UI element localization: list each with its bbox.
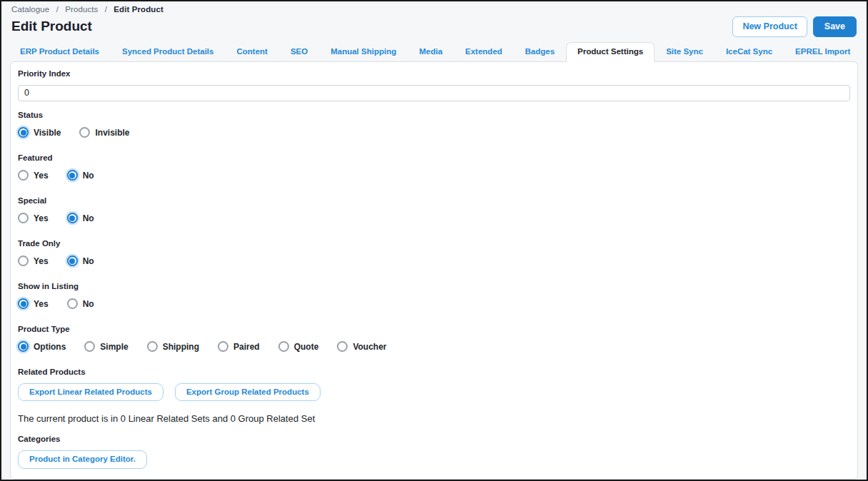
radio-button-icon[interactable]: [67, 170, 78, 181]
page-header: Catalogue / Products / Edit Product Edit…: [1, 1, 867, 37]
tab-manual-shipping[interactable]: Manual Shipping: [319, 42, 408, 61]
status-label: Status: [18, 111, 850, 119]
tab-media[interactable]: Media: [408, 42, 454, 61]
radio-button-icon[interactable]: [79, 127, 90, 138]
field-priority-index: Priority Index: [18, 69, 850, 101]
tab-bar: ERP Product DetailsSynced Product Detail…: [1, 42, 867, 61]
radio-option-label: Yes: [34, 299, 49, 309]
radio-groups: StatusVisibleInvisibleFeaturedYesNoSpeci…: [18, 111, 850, 353]
radio-option-label: Yes: [34, 213, 49, 223]
radio-product-type-options[interactable]: Options: [18, 341, 66, 352]
radio-button-icon[interactable]: [18, 255, 29, 266]
special-radio-group: YesNo: [18, 212, 850, 225]
breadcrumb-catalogue[interactable]: Catalogue: [11, 5, 49, 14]
show-in-listing-radio-group: YesNo: [18, 298, 850, 310]
radio-button-icon[interactable]: [218, 341, 228, 352]
export-group-related-products-button[interactable]: Export Group Related Products: [175, 383, 321, 402]
tab-badges[interactable]: Badges: [514, 42, 567, 61]
show-in-listing-label: Show in Listing: [18, 282, 850, 290]
radio-button-icon[interactable]: [18, 341, 29, 352]
radio-option-label: No: [83, 171, 94, 181]
field-featured: FeaturedYesNo: [18, 153, 850, 182]
breadcrumb: Catalogue / Products / Edit Product: [11, 5, 857, 14]
export-linear-related-products-button[interactable]: Export Linear Related Products: [18, 383, 163, 402]
radio-option-label: Paired: [233, 342, 260, 352]
radio-button-icon[interactable]: [67, 255, 78, 266]
radio-option-label: Visible: [34, 128, 61, 138]
priority-index-label: Priority Index: [18, 69, 850, 78]
special-label: Special: [18, 196, 850, 205]
radio-status-visible[interactable]: Visible: [18, 127, 61, 138]
radio-featured-yes[interactable]: Yes: [18, 170, 49, 181]
radio-option-label: Yes: [34, 171, 49, 181]
trade-only-radio-group: YesNo: [18, 255, 850, 268]
radio-trade-only-yes[interactable]: Yes: [18, 255, 49, 266]
radio-option-label: Simple: [100, 342, 128, 352]
tab-site-sync[interactable]: Site Sync: [655, 42, 715, 61]
tab-extended[interactable]: Extended: [454, 42, 514, 61]
radio-option-label: Yes: [34, 256, 49, 266]
product-in-category-editor-button[interactable]: Product in Category Editor.: [18, 450, 147, 469]
status-radio-group: VisibleInvisible: [18, 126, 850, 139]
field-specifications: Specifications Download Product Specific…: [18, 478, 850, 481]
featured-radio-group: YesNo: [18, 169, 850, 182]
save-button[interactable]: Save: [813, 16, 857, 37]
radio-product-type-shipping[interactable]: Shipping: [147, 341, 199, 352]
related-products-summary: The current product is in 0 Linear Relat…: [18, 413, 850, 424]
trade-only-label: Trade Only: [18, 239, 850, 248]
radio-button-icon[interactable]: [278, 341, 289, 352]
radio-option-label: No: [83, 256, 94, 266]
radio-special-yes[interactable]: Yes: [18, 213, 49, 223]
categories-label: Categories: [18, 435, 850, 443]
specifications-label: Specifications: [18, 478, 850, 481]
radio-button-icon[interactable]: [67, 213, 78, 223]
radio-option-label: Invisible: [95, 128, 129, 138]
radio-button-icon[interactable]: [18, 213, 29, 223]
radio-button-icon[interactable]: [18, 298, 29, 309]
product-settings-panel: Priority Index StatusVisibleInvisibleFea…: [10, 61, 858, 480]
priority-index-input[interactable]: [18, 85, 850, 101]
breadcrumb-products[interactable]: Products: [65, 5, 98, 14]
radio-product-type-quote[interactable]: Quote: [278, 341, 319, 352]
tab-product-settings[interactable]: Product Settings: [566, 42, 655, 62]
radio-product-type-simple[interactable]: Simple: [84, 341, 128, 352]
new-product-button[interactable]: New Product: [732, 16, 807, 37]
tab-seo[interactable]: SEO: [279, 42, 319, 61]
featured-label: Featured: [18, 153, 850, 162]
radio-button-icon[interactable]: [147, 341, 158, 352]
radio-option-label: Quote: [294, 342, 319, 352]
field-status: StatusVisibleInvisible: [18, 111, 850, 139]
radio-button-icon[interactable]: [67, 298, 78, 309]
radio-button-icon[interactable]: [18, 127, 29, 138]
radio-option-label: Options: [34, 342, 66, 352]
radio-button-icon[interactable]: [337, 341, 348, 352]
field-product-type: Product TypeOptionsSimpleShippingPairedQ…: [18, 325, 850, 353]
radio-product-type-voucher[interactable]: Voucher: [337, 341, 386, 352]
breadcrumb-separator: /: [56, 5, 59, 14]
tab-icecat-sync[interactable]: IceCat Sync: [715, 42, 784, 61]
tab-content[interactable]: Content: [225, 42, 278, 61]
tab-eprel-import[interactable]: EPREL Import: [784, 42, 862, 61]
radio-status-invisible[interactable]: Invisible: [79, 127, 129, 138]
breadcrumb-edit-product: Edit Product: [113, 5, 163, 14]
field-trade-only: Trade OnlyYesNo: [18, 239, 850, 268]
radio-show-in-listing-no[interactable]: No: [67, 298, 94, 309]
product-type-radio-group: OptionsSimpleShippingPairedQuoteVoucher: [18, 340, 850, 353]
radio-special-no[interactable]: No: [67, 213, 94, 223]
radio-featured-no[interactable]: No: [67, 170, 94, 181]
page-title: Edit Product: [11, 19, 92, 34]
tab-erp-product-details[interactable]: ERP Product Details: [9, 42, 111, 61]
field-categories: Categories Product in Category Editor.: [18, 435, 850, 469]
radio-button-icon[interactable]: [18, 170, 29, 181]
product-type-label: Product Type: [18, 325, 850, 333]
radio-option-label: No: [83, 213, 94, 223]
tab-synced-product-details[interactable]: Synced Product Details: [111, 42, 225, 61]
field-show-in-listing: Show in ListingYesNo: [18, 282, 850, 310]
radio-button-icon[interactable]: [84, 341, 95, 352]
radio-show-in-listing-yes[interactable]: Yes: [18, 298, 49, 309]
radio-option-label: Voucher: [353, 342, 386, 352]
radio-trade-only-no[interactable]: No: [67, 255, 94, 266]
breadcrumb-separator: /: [105, 5, 107, 14]
related-products-label: Related Products: [18, 368, 850, 376]
radio-product-type-paired[interactable]: Paired: [218, 341, 260, 352]
